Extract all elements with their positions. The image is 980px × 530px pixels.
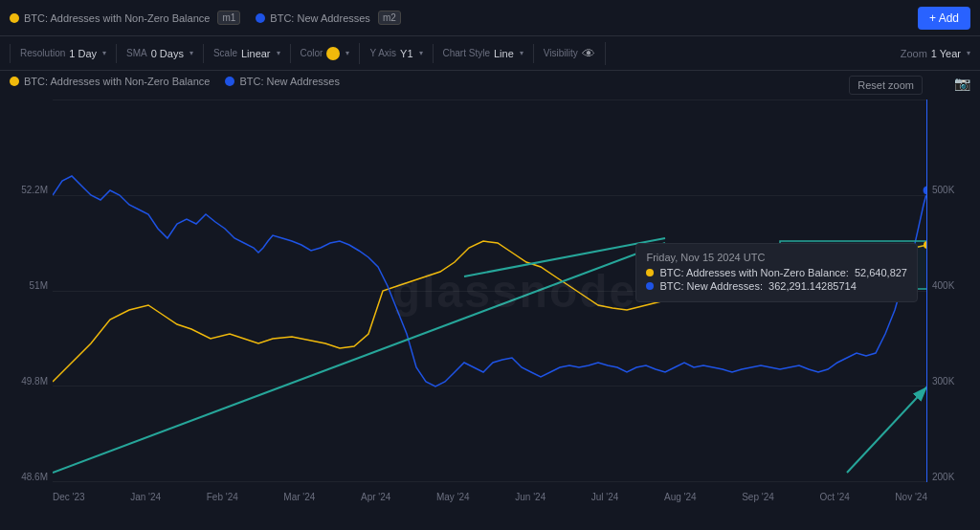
color-dot [326,47,340,60]
tooltip-row-2: BTC: New Addresses: 362,291.14285714 [646,280,907,292]
y-left-3: 49.8M [5,376,48,386]
y-right-bottom: 200K [932,472,975,482]
y-right-3: 300K [932,376,975,386]
chart-area: glassnode Reset zoom 📷 BTC: Addresses wi… [0,71,980,511]
y-axis-selector[interactable]: Y Axis Y1 ▾ [360,44,433,63]
legend-dot-1 [10,13,19,23]
green-trendline-lower [53,243,665,473]
y-left-2: 51M [5,280,48,291]
x-label-aug24: Aug '24 [664,492,697,502]
legend-dot-2 [256,13,265,23]
zoom-chevron: ▾ [967,49,970,57]
chart-legend-label-1: BTC: Addresses with Non-Zero Balance [24,76,210,87]
chart-style-value: Line [494,48,514,59]
scale-label: Scale [213,48,237,58]
color-label: Color [301,48,323,58]
y-axis-chevron: ▾ [419,49,423,57]
chart-style-label: Chart Style [443,48,490,58]
sma-selector[interactable]: SMA 0 Days ▾ [117,44,204,63]
chart-style-selector[interactable]: Chart Style Line ▾ [434,44,534,63]
visibility-toggle[interactable]: Visibility 👁 [534,42,606,65]
color-selector[interactable]: Color ▾ [291,43,361,64]
legend-item-1[interactable]: BTC: Addresses with Non-Zero Balance m1 [10,11,240,25]
y-axis-value: Y1 [400,48,412,59]
chart-legend-dot-2 [225,77,234,86]
x-label-sep24: Sep '24 [742,492,774,502]
y-axis-label: Y Axis [369,48,396,58]
toolbar-left: Resolution 1 Day ▾ SMA 0 Days ▾ Scale Li… [10,42,606,65]
x-label-apr24: Apr '24 [361,492,390,502]
tooltip-metric2-label: BTC: New Addresses: [659,280,763,292]
tooltip-dot-1 [646,269,654,276]
y-left-bottom: 48.6M [5,472,48,482]
zoom-label: Zoom [901,48,927,59]
y-right-1: 500K [932,185,975,195]
tooltip-metric2-value: 362,291.14285714 [768,280,857,292]
x-label-dec23: Dec '23 [53,492,85,502]
legend-badge-2: m2 [378,11,401,25]
scale-selector[interactable]: Scale Linear ▾ [204,44,291,63]
x-label-nov24: Nov '24 [895,492,927,502]
zoom-section[interactable]: Zoom 1 Year ▾ [901,48,970,59]
y-axis-left: 52.2M 51M 49.8M 48.6M [0,99,53,482]
sma-chevron: ▾ [189,49,193,57]
green-trendline-bottom [847,386,927,473]
y-right-2: 400K [932,280,975,291]
resolution-label: Resolution [20,48,65,58]
tooltip-dot-2 [646,282,654,290]
add-button[interactable]: + Add [918,7,970,30]
x-label-feb24: Feb '24 [207,492,238,502]
legend-item-2[interactable]: BTC: New Addresses m2 [256,11,400,25]
chart-style-chevron: ▾ [520,49,523,57]
tooltip-metric1-value: 52,640,827 [855,267,907,278]
tooltip-date: Friday, Nov 15 2024 UTC [646,252,907,263]
x-label-mar24: Mar '24 [283,492,315,502]
tooltip: Friday, Nov 15 2024 UTC BTC: Addresses w… [635,243,918,302]
color-chevron: ▾ [345,49,349,57]
y-left-1: 52.2M [5,185,48,195]
resolution-chevron: ▾ [102,49,106,57]
top-bar: BTC: Addresses with Non-Zero Balance m1 … [0,0,980,36]
legend-label-1: BTC: Addresses with Non-Zero Balance [24,12,210,24]
sma-value: 0 Days [151,48,184,59]
chart-legend-item-1: BTC: Addresses with Non-Zero Balance [10,76,210,87]
legend-badge-1: m1 [217,11,240,25]
resolution-value: 1 Day [69,48,97,59]
visibility-label: Visibility [544,48,578,58]
legend-label-2: BTC: New Addresses [270,12,370,24]
chart-legend-dot-1 [10,77,19,86]
chart-legend-item-2: BTC: New Addresses [225,76,340,87]
chart-legend: BTC: Addresses with Non-Zero Balance BTC… [10,76,340,87]
eye-icon: 👁 [582,46,595,61]
toolbar: Resolution 1 Day ▾ SMA 0 Days ▾ Scale Li… [0,36,980,71]
sma-label: SMA [126,48,147,58]
zoom-value: 1 Year [931,48,961,59]
reset-zoom-button[interactable]: Reset zoom [849,76,923,95]
x-label-may24: May '24 [436,492,470,502]
chart-legend-label-2: BTC: New Addresses [239,76,340,87]
camera-icon[interactable]: 📷 [954,76,970,91]
x-label-oct24: Oct '24 [819,492,849,502]
x-label-jul24: Jul '24 [591,492,619,502]
resolution-selector[interactable]: Resolution 1 Day ▾ [10,44,117,63]
x-label-jan24: Jan '24 [130,492,161,502]
scale-value: Linear [241,48,271,59]
y-axis-right: 500K 400K 300K 200K [927,99,980,482]
x-axis: Dec '23 Jan '24 Feb '24 Mar '24 Apr '24 … [53,482,927,511]
scale-chevron: ▾ [277,49,280,57]
x-label-jun24: Jun '24 [515,492,546,502]
tooltip-row-1: BTC: Addresses with Non-Zero Balance: 52… [646,267,907,278]
legend-items: BTC: Addresses with Non-Zero Balance m1 … [10,11,401,25]
tooltip-metric1-label: BTC: Addresses with Non-Zero Balance: [659,267,848,278]
